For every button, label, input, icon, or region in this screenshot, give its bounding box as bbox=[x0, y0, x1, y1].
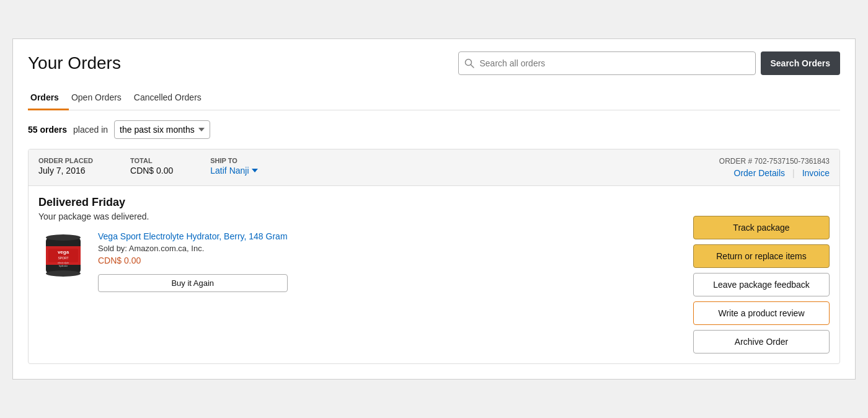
search-input[interactable] bbox=[458, 51, 756, 75]
product-image: vega SPORT electrolyte hydrator bbox=[38, 231, 88, 281]
order-header-left: ORDER PLACED July 7, 2016 TOTAL CDN$ 0.0… bbox=[38, 157, 258, 176]
period-select[interactable]: the past six months past 3 months 2023 2… bbox=[114, 120, 210, 139]
write-review-button[interactable]: Write a product review bbox=[693, 301, 830, 325]
svg-line-1 bbox=[471, 65, 474, 68]
return-replace-button[interactable]: Return or replace items bbox=[693, 244, 830, 268]
svg-text:vega: vega bbox=[58, 249, 69, 255]
page-container: Your Orders Search Orders Orders Open Or… bbox=[12, 38, 856, 380]
search-input-wrapper bbox=[458, 51, 756, 75]
link-divider: | bbox=[792, 168, 795, 178]
order-placed-value: July 7, 2016 bbox=[38, 166, 93, 176]
order-ship-to-value[interactable]: Latif Nanji bbox=[210, 166, 257, 176]
order-ship-to-group: SHIP TO Latif Nanji bbox=[210, 157, 257, 176]
delivery-status: Delivered Friday bbox=[38, 196, 668, 209]
order-card: ORDER PLACED July 7, 2016 TOTAL CDN$ 0.0… bbox=[28, 149, 840, 364]
search-icon bbox=[464, 58, 474, 68]
product-name[interactable]: Vega Sport Electrolyte Hydrator, Berry, … bbox=[98, 231, 288, 241]
order-details-link[interactable]: Order Details bbox=[734, 168, 785, 178]
svg-point-9 bbox=[46, 234, 81, 241]
orders-count: 55 orders bbox=[28, 125, 67, 135]
order-header: ORDER PLACED July 7, 2016 TOTAL CDN$ 0.0… bbox=[29, 149, 839, 186]
order-placed-group: ORDER PLACED July 7, 2016 bbox=[38, 157, 93, 176]
tabs-bar: Orders Open Orders Cancelled Orders bbox=[28, 86, 840, 110]
track-package-button[interactable]: Track package bbox=[693, 216, 830, 239]
svg-text:SPORT: SPORT bbox=[58, 256, 68, 260]
delivery-sub: Your package was delivered. bbox=[38, 211, 668, 221]
tab-orders[interactable]: Orders bbox=[28, 86, 69, 110]
filter-row: 55 orders placed in the past six months … bbox=[28, 120, 840, 139]
order-links: Order Details | Invoice bbox=[734, 168, 830, 178]
order-body-left: Delivered Friday Your package was delive… bbox=[38, 196, 668, 292]
order-total-value: CDN$ 0.00 bbox=[130, 166, 173, 176]
order-total-label: TOTAL bbox=[130, 157, 173, 164]
product-seller: Sold by: Amazon.com.ca, Inc. bbox=[98, 244, 288, 253]
search-orders-button[interactable]: Search Orders bbox=[761, 51, 841, 75]
header: Your Orders Search Orders bbox=[28, 51, 840, 75]
product-price: CDN$ 0.00 bbox=[98, 256, 288, 265]
order-actions: Track package Return or replace items Le… bbox=[693, 196, 830, 354]
order-body: Delivered Friday Your package was delive… bbox=[29, 186, 839, 363]
archive-order-button[interactable]: Archive Order bbox=[693, 330, 830, 354]
order-ship-to-label: SHIP TO bbox=[210, 157, 257, 164]
buy-again-button[interactable]: Buy it Again bbox=[98, 274, 288, 292]
placed-in-text: placed in bbox=[73, 125, 108, 135]
svg-point-10 bbox=[46, 270, 81, 277]
search-area: Search Orders bbox=[458, 51, 841, 75]
order-header-right: ORDER # 702-7537150-7361843 Order Detail… bbox=[719, 157, 830, 178]
product-info: Vega Sport Electrolyte Hydrator, Berry, … bbox=[98, 231, 288, 292]
leave-feedback-button[interactable]: Leave package feedback bbox=[693, 273, 830, 296]
invoice-link[interactable]: Invoice bbox=[802, 168, 830, 178]
tab-open-orders[interactable]: Open Orders bbox=[69, 86, 131, 110]
svg-text:hydrator: hydrator bbox=[59, 264, 68, 267]
order-placed-label: ORDER PLACED bbox=[38, 157, 93, 164]
chevron-down-icon bbox=[252, 169, 258, 172]
page-title: Your Orders bbox=[28, 53, 121, 73]
order-total-group: TOTAL CDN$ 0.00 bbox=[130, 157, 173, 176]
tab-cancelled-orders[interactable]: Cancelled Orders bbox=[131, 86, 211, 110]
product-row: vega SPORT electrolyte hydrator Vega Spo… bbox=[38, 231, 668, 292]
order-number: ORDER # 702-7537150-7361843 bbox=[719, 157, 830, 166]
